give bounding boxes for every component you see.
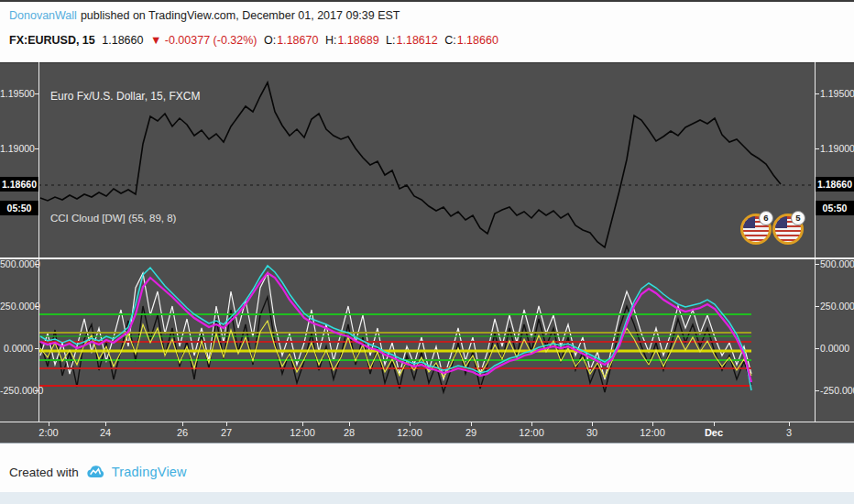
created-with-text: Created with (9, 466, 79, 479)
published-text: published on TradingView.com, December 0… (81, 9, 400, 22)
time-axis-label: 30 (586, 427, 597, 438)
time-axis-label: 12:00 (290, 427, 315, 438)
y-axis-tick (35, 348, 38, 349)
last-price: 1.18660 (102, 34, 143, 47)
publish-header: DonovanWallpublished on TradingView.com,… (9, 9, 400, 22)
time-axis-tick (105, 422, 106, 426)
y-axis-tick (35, 93, 38, 94)
y-axis-tick (816, 148, 819, 149)
time-axis-label: 3 (786, 427, 792, 438)
chart-canvas[interactable] (0, 62, 854, 444)
y-axis-tick (816, 390, 819, 391)
indicator-pane-title: CCI Cloud [DW] (55, 89, 8) (50, 213, 176, 224)
y-axis-label: 0.0000 (0, 343, 33, 354)
y-axis-label: 250.0000 (820, 301, 854, 312)
y-axis-tick (816, 264, 819, 265)
time-axis-tick (182, 422, 183, 426)
time-axis-tick (49, 422, 49, 426)
time-axis-tick (531, 422, 532, 426)
close-value: 1.18660 (457, 34, 498, 47)
y-axis-label: 500.0000 (820, 258, 854, 269)
low-label: L: (386, 34, 395, 47)
bar-countdown-badge: 05:50 (0, 201, 38, 215)
y-axis-tick (816, 348, 819, 349)
time-axis-label: Dec (705, 427, 723, 438)
flag-canton (775, 216, 787, 228)
time-axis-tick (592, 422, 593, 426)
y-axis-tick (816, 93, 819, 94)
last-price-badge: 1.18660 (0, 177, 38, 192)
time-axis-border (0, 422, 854, 422)
y-axis-label: 1.19000 (0, 143, 33, 154)
close-label: C: (444, 34, 456, 47)
time-axis-label: 12:00 (519, 427, 544, 438)
events-count-badge: 5 (791, 211, 805, 225)
high-label: H: (325, 34, 337, 47)
left-price-scale-border (38, 62, 39, 422)
time-axis-tick (226, 422, 227, 426)
time-axis-tick (349, 422, 350, 426)
flag-canton (743, 216, 755, 228)
open-value: 1.18670 (277, 34, 318, 47)
time-axis-label: 29 (465, 427, 476, 438)
y-axis-label: 250.0000 (0, 301, 33, 312)
time-axis-label: 12:00 (640, 427, 665, 438)
high-value: 1.18689 (337, 34, 378, 47)
last-price-badge: 1.18660 (816, 177, 854, 192)
time-axis-label: 28 (344, 427, 355, 438)
time-axis-tick (714, 422, 715, 426)
footer: Created with TradingView (9, 462, 187, 482)
price-change: ▼ -0.00377 (-0.32%) (150, 34, 257, 47)
right-price-scale-border (815, 62, 816, 422)
time-axis-label: 26 (177, 427, 188, 438)
time-axis-label: 2:00 (38, 427, 58, 438)
y-axis-label: 500.0000 (0, 258, 33, 269)
time-axis-tick (302, 422, 303, 426)
time-axis-label: 24 (100, 427, 111, 438)
open-label: O: (264, 34, 276, 47)
tradingview-logo-icon (85, 462, 105, 482)
bottom-strip (0, 492, 854, 504)
time-axis-tick (471, 422, 472, 426)
y-axis-tick (35, 148, 38, 149)
y-axis-tick (35, 306, 38, 307)
time-axis-tick (652, 422, 653, 426)
author-link[interactable]: DonovanWall (9, 9, 77, 22)
tradingview-brand-link[interactable]: TradingView (112, 465, 187, 479)
low-value: 1.18612 (397, 34, 438, 47)
pane-divider[interactable] (0, 257, 854, 259)
time-axis-tick (789, 422, 790, 426)
y-axis-label: 0.0000 (820, 343, 849, 354)
time-axis-label: 27 (221, 427, 232, 438)
bar-countdown-badge: 05:50 (816, 201, 854, 215)
y-axis-label: -250.0000 (0, 385, 33, 396)
published-chart-page: DonovanWallpublished on TradingView.com,… (0, 0, 854, 504)
quote-line: FX:EURUSD, 15 1.18660 ▼ -0.00377 (-0.32%… (9, 34, 502, 47)
y-axis-label: -250.0000 (820, 385, 854, 396)
y-axis-label: 1.19500 (820, 88, 854, 99)
price-pane-title: Euro Fx/U.S. Dollar, 15, FXCM (50, 90, 200, 103)
y-axis-tick (816, 306, 819, 307)
y-axis-tick (35, 390, 38, 391)
time-axis-tick (410, 422, 411, 426)
y-axis-label: 1.19500 (0, 88, 33, 99)
y-axis-label: 1.19000 (820, 143, 854, 154)
events-count-badge: 6 (759, 211, 773, 225)
time-axis-label: 12:00 (397, 427, 422, 438)
symbol-label: FX:EURUSD, 15 (9, 34, 95, 47)
y-axis-tick (35, 264, 38, 265)
